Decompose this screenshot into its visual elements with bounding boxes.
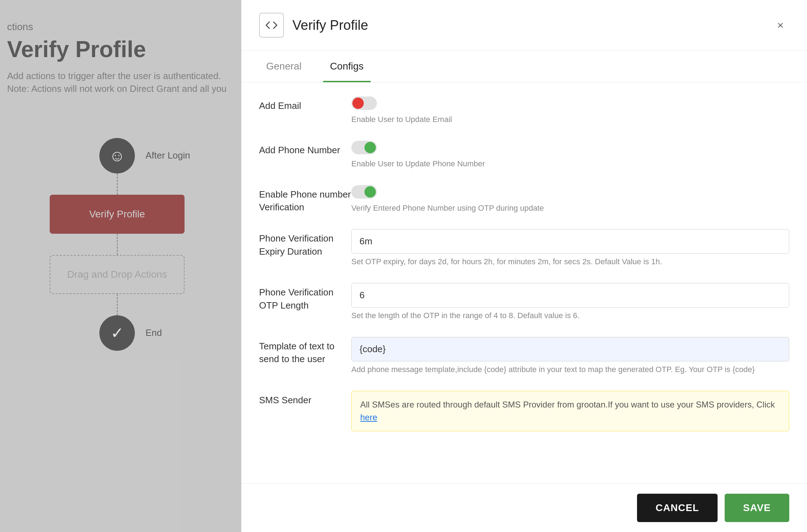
close-button[interactable]: × <box>772 16 789 34</box>
otp-length-control: Set the length of the OTP in the range o… <box>351 283 789 321</box>
add-email-toggle-wrapper <box>351 96 789 110</box>
drag-drop-rect: Drag and Drop Actions <box>50 255 185 294</box>
modal-panel: Verify Profile × General Configs Add Ema… <box>241 0 807 532</box>
sms-sender-control: All SMSes are routed through default SMS… <box>351 391 789 431</box>
end-label: End <box>146 327 162 338</box>
modal-header: Verify Profile × <box>241 0 807 51</box>
sms-sender-row: SMS Sender All SMSes are routed through … <box>259 391 789 431</box>
add-phone-label: Add Phone Number <box>259 141 351 156</box>
add-phone-toggle-knob <box>364 142 376 153</box>
add-phone-toggle-wrapper <box>351 141 789 154</box>
end-circle: ✓ <box>99 315 135 351</box>
code-icon <box>265 19 278 32</box>
modal-content: Add Email Enable User to Update Email Ad… <box>241 82 807 483</box>
template-row: Template of text to send to the user Add… <box>259 337 789 375</box>
connector-3 <box>117 294 118 315</box>
bg-page-title: Verify Profile <box>7 36 227 62</box>
phone-expiry-control: Set OTP expiry, for days 2d, for hours 2… <box>351 229 789 267</box>
template-input[interactable] <box>351 337 789 361</box>
after-login-node: ☺ After Login <box>99 138 135 173</box>
enable-phone-verification-knob <box>364 186 376 198</box>
connector-2 <box>117 234 118 255</box>
save-button[interactable]: SAVE <box>725 494 789 522</box>
actions-label: ctions <box>7 21 227 33</box>
sms-warning-box: All SMSes are routed through default SMS… <box>351 391 789 431</box>
bg-description: Add actions to trigger after the user is… <box>7 70 227 95</box>
add-email-control: Enable User to Update Email <box>351 96 789 125</box>
verify-profile-rect: Verify Profile <box>50 195 185 234</box>
sms-warning-link[interactable]: here <box>360 412 377 422</box>
modal-footer: CANCEL SAVE <box>241 483 807 532</box>
after-login-circle: ☺ <box>99 138 135 173</box>
verify-profile-rect-label: Verify Profile <box>89 209 145 220</box>
enable-phone-verification-control: Verify Entered Phone Number using OTP du… <box>351 185 789 214</box>
drag-drop-label: Drag and Drop Actions <box>67 269 167 280</box>
person-icon: ☺ <box>109 147 125 165</box>
check-icon: ✓ <box>111 324 124 342</box>
phone-expiry-hint: Set OTP expiry, for days 2d, for hours 2… <box>351 256 789 267</box>
enable-phone-verification-hint: Verify Entered Phone Number using OTP du… <box>351 203 789 214</box>
tab-general[interactable]: General <box>259 51 309 82</box>
add-phone-control: Enable User to Update Phone Number <box>351 141 789 170</box>
phone-expiry-input[interactable] <box>351 229 789 254</box>
otp-length-input[interactable] <box>351 283 789 307</box>
connector-1 <box>117 173 118 195</box>
add-phone-hint: Enable User to Update Phone Number <box>351 159 789 170</box>
add-email-hint: Enable User to Update Email <box>351 114 789 125</box>
otp-length-label: Phone Verification OTP Length <box>259 283 351 312</box>
sms-sender-label: SMS Sender <box>259 391 351 406</box>
modal-title: Verify Profile <box>292 18 772 33</box>
enable-phone-verification-toggle[interactable] <box>351 185 377 199</box>
enable-phone-verification-row: Enable Phone number Verification Verify … <box>259 185 789 214</box>
add-email-toggle[interactable] <box>351 96 377 110</box>
modal-tabs: General Configs <box>241 51 807 82</box>
phone-expiry-label: Phone Verification Expiry Duration <box>259 229 351 258</box>
end-node: ✓ End <box>99 315 135 351</box>
cancel-button[interactable]: CANCEL <box>637 494 718 522</box>
tab-configs[interactable]: Configs <box>323 51 371 82</box>
add-email-toggle-knob <box>352 98 364 109</box>
enable-phone-verification-toggle-wrapper <box>351 185 789 199</box>
add-email-label: Add Email <box>259 96 351 112</box>
phone-expiry-row: Phone Verification Expiry Duration Set O… <box>259 229 789 267</box>
template-hint: Add phone message template,include {code… <box>351 364 789 375</box>
background-panel: ctions Verify Profile Add actions to tri… <box>0 0 241 532</box>
add-phone-row: Add Phone Number Enable User to Update P… <box>259 141 789 170</box>
flow-diagram: ☺ After Login Verify Profile Drag and Dr… <box>7 124 227 351</box>
template-label: Template of text to send to the user <box>259 337 351 366</box>
otp-length-hint: Set the length of the OTP in the range o… <box>351 310 789 321</box>
enable-phone-verification-label: Enable Phone number Verification <box>259 185 351 214</box>
add-email-row: Add Email Enable User to Update Email <box>259 96 789 125</box>
otp-length-row: Phone Verification OTP Length Set the le… <box>259 283 789 321</box>
modal-icon-box <box>259 13 284 38</box>
sms-warning-text: All SMSes are routed through default SMS… <box>360 400 775 409</box>
add-phone-toggle[interactable] <box>351 141 377 154</box>
after-login-label: After Login <box>146 150 190 161</box>
template-control: Add phone message template,include {code… <box>351 337 789 375</box>
